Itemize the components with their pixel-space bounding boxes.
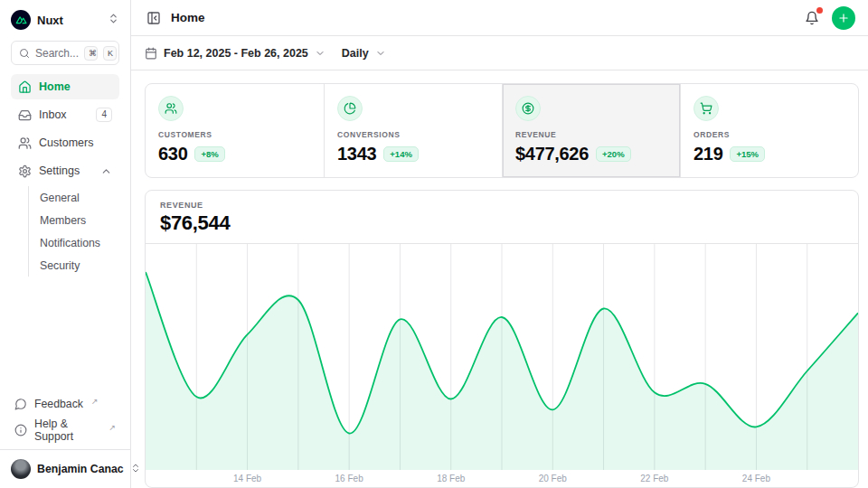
- chevron-down-icon: [375, 48, 386, 59]
- search-placeholder: Search...: [35, 47, 79, 60]
- chat-bubble-icon: [14, 398, 27, 410]
- stats-row: Customers 630 +8% Conversions 1343 +14%: [145, 83, 859, 178]
- sidebar-item-inbox[interactable]: Inbox 4: [11, 102, 119, 127]
- main-panel: Home Feb 12, 2025 - Feb 26, 2025: [131, 0, 868, 488]
- footer-link-label: Help & Support: [34, 418, 100, 443]
- sidebar-item-home[interactable]: Home: [11, 74, 119, 99]
- area-chart: 14 Feb16 Feb18 Feb20 Feb22 Feb24 Feb: [146, 244, 858, 487]
- nuxt-logo-icon: [11, 10, 31, 30]
- svg-text:22 Feb: 22 Feb: [640, 474, 669, 483]
- sidebar-subitem-general[interactable]: General: [40, 186, 119, 209]
- svg-text:24 Feb: 24 Feb: [742, 474, 771, 483]
- chevron-down-icon: [315, 48, 326, 59]
- period-select[interactable]: Daily: [342, 47, 386, 60]
- trend-badge: +15%: [730, 146, 765, 162]
- sidebar-item-customers[interactable]: Customers: [11, 130, 119, 155]
- topbar-actions: [803, 6, 855, 30]
- add-button[interactable]: [832, 6, 855, 30]
- sidebar-item-label: Inbox: [39, 108, 67, 121]
- svg-text:18 Feb: 18 Feb: [437, 474, 466, 483]
- workspace-name: Nuxt: [37, 14, 63, 27]
- calendar-icon: [145, 47, 157, 60]
- period-label: Daily: [342, 47, 369, 60]
- stat-value: 219: [693, 144, 722, 164]
- user-menu[interactable]: Benjamin Canac: [0, 449, 130, 488]
- kbd-k: K: [103, 46, 117, 61]
- stat-cell-orders[interactable]: Orders 219 +15%: [680, 84, 858, 177]
- trend-badge: +14%: [383, 146, 419, 162]
- sidebar-item-settings[interactable]: Settings: [11, 158, 119, 183]
- chart-pie-icon: [337, 96, 363, 121]
- feedback-link[interactable]: Feedback ↗: [11, 392, 119, 416]
- revenue-chart-card: Revenue $76,544 14 Feb16 Feb18 Feb20 Feb…: [145, 190, 859, 488]
- app-root: Nuxt Search... ⌘ K Home: [0, 0, 868, 488]
- plus-icon: [837, 12, 850, 24]
- info-icon: [14, 424, 27, 436]
- avatar: [11, 459, 31, 479]
- stat-value: $477,626: [515, 144, 589, 164]
- sidebar-item-label: Settings: [39, 164, 80, 177]
- chart-label: Revenue: [160, 201, 844, 210]
- svg-text:20 Feb: 20 Feb: [539, 474, 568, 483]
- svg-text:16 Feb: 16 Feb: [335, 474, 364, 483]
- external-link-icon: ↗: [108, 423, 116, 432]
- users-icon: [18, 136, 32, 150]
- filter-toolbar: Feb 12, 2025 - Feb 26, 2025 Daily: [131, 36, 868, 70]
- notification-dot: [816, 7, 823, 14]
- sidebar-subitem-security[interactable]: Security: [40, 254, 119, 277]
- topbar: Home: [131, 0, 868, 36]
- sidebar-footer: Feedback ↗ Help & Support ↗: [0, 387, 130, 449]
- page-title: Home: [171, 11, 205, 24]
- workspace-switcher[interactable]: Nuxt: [0, 0, 130, 37]
- inbox-count-badge: 4: [96, 108, 112, 122]
- collapse-sidebar-button[interactable]: [145, 9, 163, 27]
- date-range-picker[interactable]: Feb 12, 2025 - Feb 26, 2025: [145, 47, 326, 60]
- trend-badge: +8%: [194, 146, 224, 162]
- stat-value: 1343: [337, 144, 376, 164]
- svg-text:14 Feb: 14 Feb: [233, 474, 262, 483]
- chevron-up-icon: [100, 165, 112, 177]
- external-link-icon: ↗: [91, 397, 99, 406]
- kbd-cmd: ⌘: [84, 46, 98, 61]
- sidebar-item-label: Home: [39, 80, 71, 93]
- stat-label: Customers: [158, 130, 311, 139]
- chart-plot[interactable]: 14 Feb16 Feb18 Feb20 Feb22 Feb24 Feb: [146, 244, 858, 487]
- stat-cell-customers[interactable]: Customers 630 +8%: [146, 84, 324, 177]
- home-icon: [18, 80, 32, 94]
- gear-icon: [18, 164, 32, 178]
- chevrons-up-down-icon: [108, 12, 119, 28]
- stat-value: 630: [158, 144, 187, 164]
- inbox-icon: [18, 108, 32, 122]
- sidebar-subitem-notifications[interactable]: Notifications: [40, 231, 119, 254]
- circle-dollar-icon: [515, 96, 541, 121]
- stat-cell-conversions[interactable]: Conversions 1343 +14%: [324, 84, 502, 177]
- settings-submenu: General Members Notifications Security: [28, 186, 119, 277]
- stat-label: Orders: [693, 130, 845, 139]
- sidebar-subitem-members[interactable]: Members: [40, 209, 119, 231]
- chart-header: Revenue $76,544: [146, 191, 858, 244]
- stat-cell-revenue[interactable]: Revenue $477,626 +20%: [502, 84, 680, 177]
- sidebar: Nuxt Search... ⌘ K Home: [0, 0, 131, 488]
- users-icon: [158, 96, 184, 121]
- help-support-link[interactable]: Help & Support ↗: [11, 418, 119, 442]
- search-input[interactable]: Search... ⌘ K: [11, 41, 119, 65]
- notifications-button[interactable]: [803, 9, 821, 27]
- trend-badge: +20%: [596, 146, 631, 162]
- date-range-label: Feb 12, 2025 - Feb 26, 2025: [164, 47, 308, 60]
- sidebar-nav: Home Inbox 4 Customers Settings: [0, 72, 130, 278]
- user-name: Benjamin Canac: [37, 463, 124, 475]
- chart-value: $76,544: [160, 211, 844, 235]
- search-icon: [19, 48, 30, 59]
- dashboard-content: Customers 630 +8% Conversions 1343 +14%: [131, 70, 868, 488]
- stat-label: Conversions: [337, 130, 489, 139]
- cart-icon: [693, 96, 719, 121]
- footer-link-label: Feedback: [34, 398, 83, 410]
- stat-label: Revenue: [515, 130, 667, 139]
- sidebar-item-label: Customers: [39, 136, 93, 149]
